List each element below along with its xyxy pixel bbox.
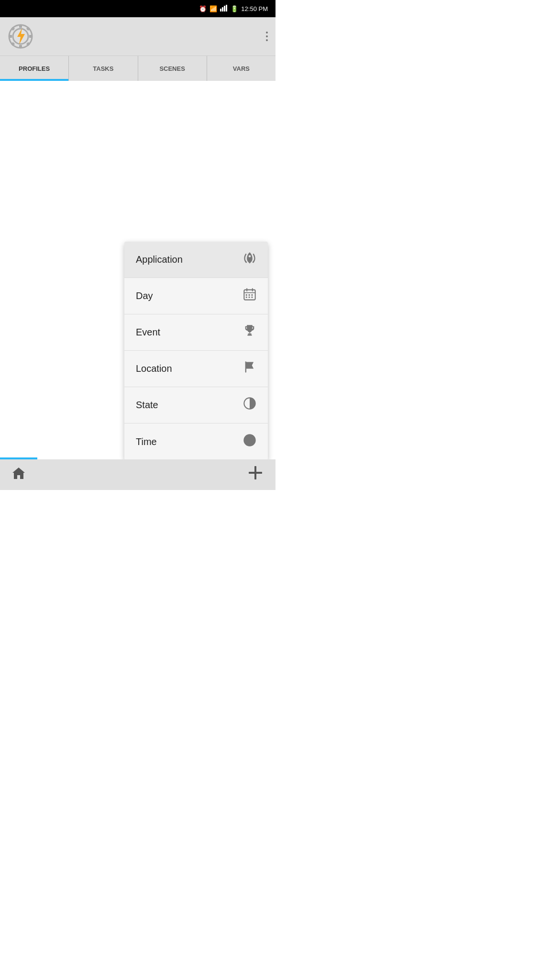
svg-rect-24	[252, 297, 253, 298]
svg-rect-0	[220, 9, 221, 11]
svg-rect-7	[19, 45, 22, 48]
tab-tasks-label: TASKS	[93, 65, 113, 72]
svg-rect-20	[249, 294, 250, 296]
menu-item-application-label: Application	[136, 254, 183, 265]
svg-rect-1	[222, 7, 223, 11]
svg-rect-25	[247, 334, 252, 335]
signal-icon	[220, 5, 228, 13]
status-bar: ⏰ 📶 🔋 12:50 PM	[0, 0, 276, 17]
tab-profiles-label: PROFILES	[19, 65, 50, 72]
wifi-icon: 📶	[209, 5, 217, 12]
context-menu: Application Day	[124, 242, 268, 460]
add-button[interactable]	[247, 464, 264, 486]
status-time: 12:50 PM	[241, 5, 268, 12]
svg-rect-30	[249, 472, 262, 474]
menu-item-day-label: Day	[136, 290, 153, 301]
svg-rect-21	[252, 294, 253, 296]
bottom-bar	[0, 459, 276, 490]
tab-scenes[interactable]: SCENES	[138, 56, 207, 81]
bottom-accent-bar	[0, 457, 37, 459]
menu-item-event-label: Event	[136, 327, 160, 338]
svg-rect-6	[19, 24, 22, 28]
battery-icon: 🔋	[231, 5, 238, 12]
svg-rect-19	[246, 294, 247, 296]
halfcircle-icon	[243, 397, 256, 413]
menu-item-location[interactable]: Location	[124, 351, 268, 387]
svg-rect-23	[249, 297, 250, 298]
svg-rect-8	[9, 35, 12, 38]
tab-profiles[interactable]: PROFILES	[0, 56, 69, 81]
home-button[interactable]	[11, 467, 26, 483]
menu-item-application[interactable]: Application	[124, 242, 268, 278]
rocket-icon	[243, 251, 256, 268]
tab-tasks[interactable]: TASKS	[69, 56, 138, 81]
svg-rect-3	[226, 5, 227, 11]
tab-vars[interactable]: VARS	[207, 56, 276, 81]
svg-rect-2	[224, 6, 225, 11]
tab-scenes-label: SCENES	[159, 65, 185, 72]
menu-item-state-label: State	[136, 400, 158, 411]
clock-icon	[243, 434, 256, 450]
menu-item-location-label: Location	[136, 363, 172, 374]
calendar-icon	[243, 288, 256, 304]
menu-item-day[interactable]: Day	[124, 278, 268, 314]
svg-marker-14	[17, 28, 25, 45]
tab-vars-label: VARS	[233, 65, 250, 72]
main-content: Application Day	[0, 81, 276, 460]
trophy-icon	[243, 324, 256, 341]
flag-icon	[243, 360, 256, 377]
app-logo	[8, 23, 33, 49]
alarm-icon: ⏰	[199, 5, 207, 12]
menu-item-state[interactable]: State	[124, 387, 268, 423]
svg-rect-9	[29, 35, 33, 38]
overflow-menu-button[interactable]	[266, 32, 268, 41]
svg-rect-22	[246, 297, 247, 298]
tab-bar: PROFILES TASKS SCENES VARS	[0, 56, 276, 81]
menu-item-time-label: Time	[136, 436, 157, 447]
app-bar	[0, 17, 276, 56]
menu-item-time[interactable]: Time	[124, 423, 268, 460]
menu-item-event[interactable]: Event	[124, 314, 268, 351]
